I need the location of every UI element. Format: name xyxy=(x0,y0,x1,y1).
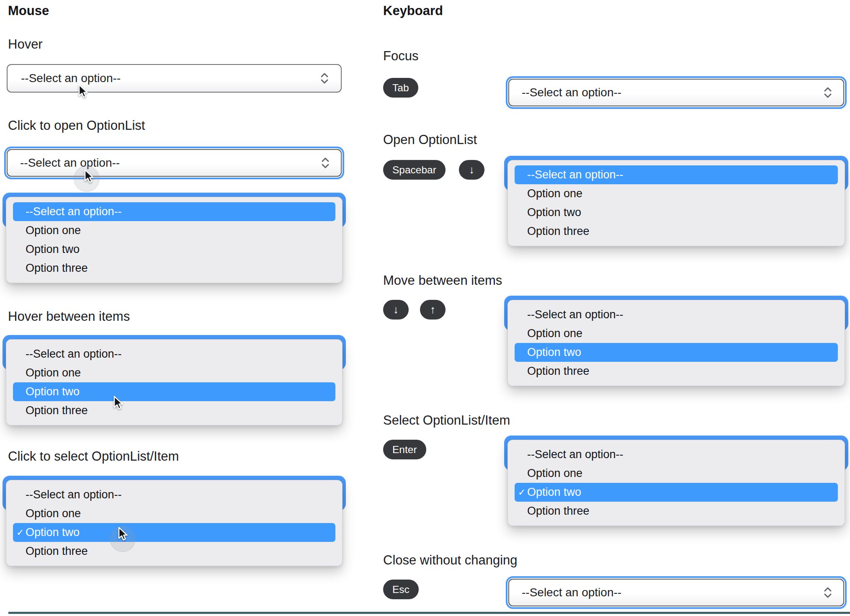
key-enter: Enter xyxy=(383,440,426,459)
option-label: Option two xyxy=(26,526,80,539)
option-item[interactable]: Option one xyxy=(508,464,845,483)
open-optionlist-heading: Open OptionList xyxy=(383,132,477,147)
optionlist-popup: --Select an option-- Option one Option t… xyxy=(504,296,848,421)
checkmark-icon: ✓ xyxy=(518,488,527,497)
hover-heading: Hover xyxy=(8,37,43,52)
mouse-cursor-icon xyxy=(82,169,95,184)
select-focused[interactable]: --Select an option-- xyxy=(506,576,847,609)
option-item-highlighted[interactable]: Option two xyxy=(515,343,838,362)
option-item-highlighted[interactable]: --Select an option-- xyxy=(13,202,335,221)
close-heading: Close without changing xyxy=(383,553,518,568)
optionlist: --Select an option-- Option one Option t… xyxy=(6,197,343,283)
option-item[interactable]: Option one xyxy=(6,363,342,382)
optionlist: --Select an option-- Option one Option t… xyxy=(507,160,845,246)
option-item-highlighted[interactable]: --Select an option-- xyxy=(515,165,838,184)
table-top-divider xyxy=(8,612,850,614)
keyboard-section-title: Keyboard xyxy=(383,3,443,18)
optionlist: --Select an option-- Option one ✓ Option… xyxy=(6,480,343,566)
option-item[interactable]: Option three xyxy=(6,259,342,278)
move-items-heading: Move between items xyxy=(383,273,502,288)
select-focused[interactable]: --Select an option-- xyxy=(4,147,344,179)
option-item[interactable]: Option three xyxy=(508,502,845,521)
option-label: Option two xyxy=(527,486,581,499)
optionlist-popup: --Select an option-- Option one Option t… xyxy=(504,156,848,281)
option-item[interactable]: --Select an option-- xyxy=(508,305,845,324)
select-focused[interactable]: --Select an option-- xyxy=(506,76,847,109)
option-item[interactable]: Option two xyxy=(508,203,845,222)
optionlist: --Select an option-- Option one Option t… xyxy=(507,300,845,386)
option-item[interactable]: Option three xyxy=(508,362,845,381)
select-chevron-icon xyxy=(321,156,330,170)
optionlist: --Select an option-- Option one Option t… xyxy=(6,339,343,425)
option-item-selected[interactable]: ✓ Option two xyxy=(13,523,335,542)
mouse-section-title: Mouse xyxy=(8,3,49,18)
key-esc: Esc xyxy=(383,580,419,599)
key-tab: Tab xyxy=(383,78,418,98)
checkmark-icon: ✓ xyxy=(16,528,26,537)
select-chevron-icon xyxy=(320,72,329,85)
option-item[interactable]: Option one xyxy=(508,184,845,203)
option-item-selected[interactable]: ✓ Option two xyxy=(515,483,838,502)
hover-items-heading: Hover between items xyxy=(8,309,130,324)
option-item[interactable]: Option three xyxy=(6,401,342,420)
select-value: --Select an option-- xyxy=(21,72,121,85)
option-item[interactable]: Option one xyxy=(6,504,342,523)
option-item[interactable]: Option two xyxy=(6,240,342,259)
select-chevron-icon xyxy=(823,86,832,99)
option-item[interactable]: --Select an option-- xyxy=(6,345,342,363)
optionlist-interaction-doc: Mouse Hover --Select an option-- Click t… xyxy=(0,0,850,616)
optionlist-popup: --Select an option-- Option one Option t… xyxy=(3,335,346,461)
mouse-cursor-icon xyxy=(76,84,90,99)
option-item-highlighted[interactable]: Option two xyxy=(13,382,335,401)
option-item[interactable]: Option three xyxy=(508,222,845,241)
select-value: --Select an option-- xyxy=(20,156,120,170)
mouse-cursor-icon xyxy=(111,395,125,410)
select-chevron-icon xyxy=(823,586,832,599)
optionlist-popup: --Select an option-- Option one Option t… xyxy=(3,193,346,318)
option-item[interactable]: Option three xyxy=(6,542,342,561)
option-item[interactable]: --Select an option-- xyxy=(6,485,342,504)
option-item[interactable]: --Select an option-- xyxy=(508,445,845,464)
optionlist-popup: --Select an option-- Option one ✓ Option… xyxy=(504,436,848,561)
select-hover[interactable]: --Select an option-- xyxy=(7,64,342,93)
click-select-heading: Click to select OptionList/Item xyxy=(8,449,179,464)
optionlist: --Select an option-- Option one ✓ Option… xyxy=(507,440,845,526)
key-arrow-down: ↓ xyxy=(459,160,484,180)
click-open-heading: Click to open OptionList xyxy=(8,118,145,133)
mouse-cursor-icon xyxy=(116,526,129,541)
optionlist-popup: --Select an option-- Option one ✓ Option… xyxy=(3,476,346,601)
option-item[interactable]: Option one xyxy=(6,221,342,240)
select-value: --Select an option-- xyxy=(522,586,621,599)
select-value: --Select an option-- xyxy=(522,86,621,99)
select-item-heading: Select OptionList/Item xyxy=(383,413,510,428)
focus-heading: Focus xyxy=(383,49,418,64)
key-arrow-down: ↓ xyxy=(383,300,409,320)
option-item[interactable]: Option one xyxy=(508,324,845,343)
key-arrow-up: ↑ xyxy=(420,300,446,320)
key-spacebar: Spacebar xyxy=(383,160,446,180)
